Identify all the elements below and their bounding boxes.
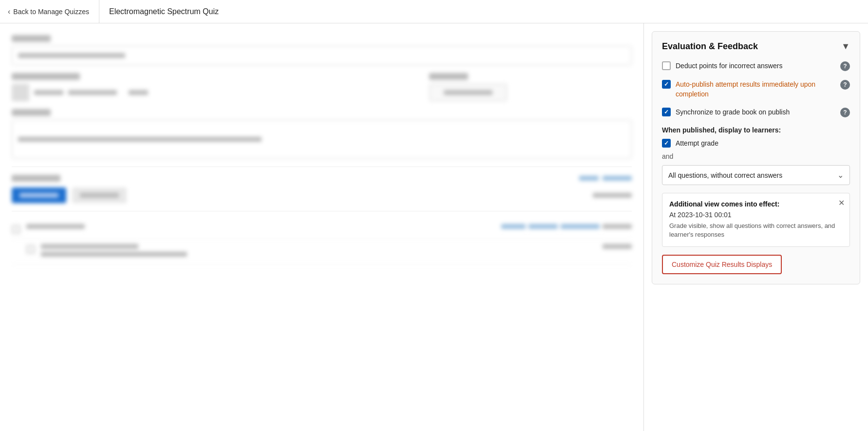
additional-view-date: At 2023-10-31 00:01: [669, 211, 843, 219]
back-link[interactable]: ‹ Back to Manage Quizzes: [8, 0, 99, 23]
attempt-grade-checkbox[interactable]: [662, 139, 671, 148]
deduct-points-checkbox[interactable]: [662, 61, 671, 70]
questions-dropdown-value: All questions, without correct answers: [668, 171, 782, 179]
blurred-question-item-1: [12, 219, 632, 239]
auto-publish-label: Auto-publish attempt results immediately…: [676, 80, 835, 99]
sync-gradebook-help-icon[interactable]: ?: [840, 108, 850, 117]
back-arrow-icon: ‹: [8, 7, 10, 16]
right-sidebar: Evaluation & Feedback ▼ Deduct points fo…: [644, 23, 868, 431]
left-content-area: [0, 23, 644, 431]
back-link-label: Back to Manage Quizzes: [13, 8, 89, 16]
blurred-two-col-section: [12, 73, 632, 101]
blurred-description-section: [12, 109, 632, 159]
and-label: and: [662, 152, 850, 160]
questions-dropdown-chevron-icon: ⌄: [837, 170, 844, 180]
eval-panel-title: Evaluation & Feedback: [662, 41, 758, 52]
blurred-questions-header: [12, 175, 632, 182]
app-header: ‹ Back to Manage Quizzes Electromagnetic…: [0, 0, 868, 23]
sync-gradebook-checkbox[interactable]: [662, 108, 671, 116]
attempt-grade-label: Attempt grade: [676, 139, 718, 147]
eval-panel-header: Evaluation & Feedback ▼: [662, 41, 850, 52]
eval-feedback-panel: Evaluation & Feedback ▼ Deduct points fo…: [652, 31, 860, 284]
blurred-title-section: [12, 35, 632, 65]
additional-view-title: Additional view comes into effect:: [669, 200, 843, 208]
eval-panel-collapse-icon[interactable]: ▼: [841, 41, 850, 52]
page-title: Electromagnetic Spectrum Quiz: [109, 7, 219, 16]
customize-quiz-results-button[interactable]: Customize Quiz Results Displays: [662, 255, 782, 274]
additional-view-description: Grade visible, show all questions with c…: [669, 222, 843, 239]
additional-view-box: Additional view comes into effect: At 20…: [662, 193, 850, 246]
deduct-points-help-icon[interactable]: ?: [840, 61, 850, 71]
blurred-tab-buttons: [12, 187, 632, 203]
auto-publish-option: Auto-publish attempt results immediately…: [662, 80, 850, 99]
blurred-question-item-2: [12, 239, 632, 264]
questions-display-dropdown[interactable]: All questions, without correct answers ⌄: [662, 165, 850, 185]
attempt-grade-row: Attempt grade: [662, 139, 850, 148]
when-published-label: When published, display to learners:: [662, 126, 850, 134]
main-layout: Evaluation & Feedback ▼ Deduct points fo…: [0, 23, 868, 431]
sync-gradebook-label: Synchronize to grade book on publish: [676, 108, 835, 117]
questions-section: [12, 175, 632, 264]
deduct-points-label: Deduct points for incorrect answers: [676, 61, 835, 71]
additional-view-close-icon[interactable]: ✕: [838, 198, 845, 207]
deduct-points-option: Deduct points for incorrect answers ?: [662, 61, 850, 71]
auto-publish-checkbox[interactable]: [662, 80, 671, 89]
auto-publish-help-icon[interactable]: ?: [840, 80, 850, 90]
sync-gradebook-option: Synchronize to grade book on publish ?: [662, 108, 850, 117]
